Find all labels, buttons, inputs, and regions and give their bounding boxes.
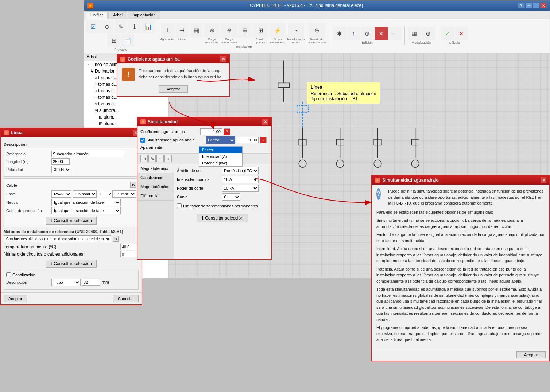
- linea-label: Línea: [178, 38, 186, 41]
- canalizacion-type-select[interactable]: Tubo: [51, 279, 81, 286]
- fase-sec-select[interactable]: 1.5 mm²: [112, 190, 136, 198]
- toolbar-area: ☑ ⊝ ✎ ℹ 📊 ⊞ 📄 Proyecto ⊥ Agru: [84, 19, 550, 53]
- simult-icon: ⚡: [140, 119, 146, 124]
- pol-select[interactable]: 3F+N: [51, 166, 71, 173]
- maximize-button[interactable]: □: [533, 3, 539, 8]
- dropdown-option-intensidad[interactable]: Intensidad (A): [199, 153, 242, 160]
- long-row: Longitud (m): [6, 158, 136, 165]
- neutro-row: Neutro Igual que la sección de fase: [6, 199, 136, 206]
- ambito-select[interactable]: Doméstico (IEC 60898): [222, 167, 259, 174]
- toolbar-btn-ed2[interactable]: ↕: [347, 27, 360, 40]
- limitador-checkbox[interactable]: [177, 203, 182, 208]
- toolbar-btn-agrupacion[interactable]: ⊥: [161, 23, 174, 38]
- fase-num-input[interactable]: [98, 191, 107, 197]
- toolbar-btn-grupo[interactable]: ⚡: [270, 23, 286, 38]
- toolbar-btn-bateria[interactable]: ⊕: [309, 23, 325, 38]
- toolbar-btn-info[interactable]: ℹ: [128, 20, 141, 33]
- prot-content: Ámbito de uso Doméstico (IEC 60898) Inte…: [174, 164, 271, 259]
- cable-icon-btn[interactable]: ⚙: [130, 182, 136, 188]
- toolbar-btn-chart[interactable]: 📊: [142, 20, 155, 33]
- tab-unifilar[interactable]: Unifilar: [86, 11, 108, 19]
- info-dialog-close[interactable]: ✕: [541, 177, 546, 183]
- toolbar-btn-cuadro[interactable]: ⊞: [252, 23, 268, 38]
- poder-corte-select[interactable]: 10 kA: [222, 185, 259, 192]
- toolbar-btn-edit[interactable]: ✎: [114, 20, 127, 33]
- coef-aceptar-btn[interactable]: Aceptar: [159, 85, 188, 93]
- toolbar-btn-viz1[interactable]: ▦: [408, 27, 421, 40]
- coef-info-btn[interactable]: ?: [224, 128, 230, 135]
- tab-arbol[interactable]: Árbol: [108, 11, 127, 19]
- tree-icon-7: ⊟: [94, 108, 98, 113]
- intensidad-nom-select[interactable]: 16 A: [222, 176, 259, 183]
- simult-close[interactable]: ✕: [262, 119, 268, 125]
- tree-item-6[interactable]: ○ tomas d...: [93, 101, 168, 107]
- temp-input[interactable]: [120, 244, 139, 250]
- toolbar-btn-misc2[interactable]: ▤: [238, 23, 251, 38]
- coef-content: ! Este parámetro indica qué fracción de …: [117, 63, 229, 85]
- toolbar-btn-ed3[interactable]: ⊕: [361, 27, 374, 40]
- toolbar-btn-ed1[interactable]: ✱: [333, 27, 346, 40]
- toolbar-btn-ed4[interactable]: ✕: [375, 27, 388, 40]
- canalizacion-size-input[interactable]: [82, 279, 100, 286]
- tab-implantacion[interactable]: Implantación: [128, 11, 160, 19]
- carga-dist-label: Cargadistribuida: [205, 38, 218, 44]
- help-button[interactable]: ?: [518, 3, 525, 8]
- prot-tab-canal[interactable]: Canalización: [138, 173, 174, 182]
- tool-btn-1[interactable]: ⊞: [140, 155, 148, 162]
- calc-group: ✓ ✕ Cálculo: [441, 27, 468, 44]
- toolbar-btn-carga-conc[interactable]: ⊕: [221, 23, 237, 38]
- circuitos-input[interactable]: [120, 251, 139, 257]
- consultar-prot-btn[interactable]: ℹ Consultar selección: [197, 214, 248, 222]
- dropdown-option-potencia[interactable]: Potencia (kW): [199, 160, 242, 166]
- tree-item-7[interactable]: ⊟ alumbra...: [93, 107, 168, 114]
- linea-cancelar-btn[interactable]: Cancelar: [113, 295, 139, 302]
- toolbar-btn-calc-ok[interactable]: ✓: [441, 27, 454, 40]
- close-button[interactable]: ✕: [540, 3, 547, 8]
- ref-input[interactable]: [51, 151, 124, 157]
- info-dialog-title: Simultaneidad aguas abajo: [382, 178, 439, 183]
- toolbar-btn-carga-dist[interactable]: ⊕: [204, 23, 220, 38]
- dropdown-option-factor[interactable]: Factor: [199, 147, 242, 153]
- toolbar-btn-viz2[interactable]: ⊕: [422, 27, 435, 40]
- long-input[interactable]: [51, 158, 70, 165]
- toolbar-btn-filter[interactable]: ⊝: [100, 20, 113, 33]
- instalacion-method-select[interactable]: Conductores aislados en un conducto sobr…: [4, 235, 111, 242]
- toolbar-btn-misc[interactable]: ▦: [190, 23, 203, 38]
- tool-btn-3[interactable]: ↑: [156, 155, 164, 162]
- fase-tipo-select[interactable]: RV-K: [51, 190, 71, 198]
- info-aceptar-btn[interactable]: Aceptar: [516, 351, 546, 358]
- fase-config-select[interactable]: Unipolar: [73, 190, 97, 198]
- prot-tab-magneto1[interactable]: Magnetotérmico: [138, 164, 174, 173]
- tree-icon-2: ○: [94, 75, 97, 80]
- carga-conc-label: Cargaconcentrada: [221, 38, 237, 44]
- coef-dialog-close[interactable]: ✕: [220, 56, 226, 62]
- prot-tab-magneto2[interactable]: Magnetotérmico: [138, 182, 174, 191]
- cable-prot-select[interactable]: Igual que la sección de fase: [51, 207, 121, 214]
- install-label: Instalación: [236, 45, 252, 48]
- toolbar-btn-linea[interactable]: ⊣: [175, 23, 189, 38]
- canalizacion-checkbox[interactable]: [6, 272, 11, 277]
- cable-header: Cable: [6, 183, 17, 187]
- toolbar-btn-transf[interactable]: ⌁: [288, 23, 304, 38]
- consultar-cable-btn[interactable]: ℹ Consultar selección: [46, 217, 97, 225]
- toolbar-btn-doc[interactable]: 📄: [121, 34, 134, 47]
- tool-btn-2[interactable]: ✎: [148, 155, 156, 162]
- toolbar-btn-grid[interactable]: ⊞: [107, 34, 120, 47]
- simult-checkbox[interactable]: [140, 138, 145, 143]
- simult-aguas-value-input[interactable]: [237, 137, 259, 143]
- fase-row: Fase RV-K Unipolar x 1.5 mm²: [6, 190, 136, 198]
- simult-type-select[interactable]: Factor: [206, 136, 235, 144]
- instalacion-icon-btn[interactable]: ⚙: [113, 236, 119, 242]
- toolbar-btn-calc-x[interactable]: ✕: [455, 27, 468, 40]
- curva-select[interactable]: C: [222, 193, 240, 201]
- prot-tab-diferencial[interactable]: Diferencial: [138, 191, 174, 201]
- neutro-select[interactable]: Igual que la sección de fase: [51, 199, 121, 206]
- simult-aguas-info-btn[interactable]: ?: [260, 137, 267, 143]
- coef-value-input[interactable]: [200, 128, 222, 135]
- linea-aceptar-btn[interactable]: Aceptar: [4, 295, 27, 302]
- tool-btn-4[interactable]: ↓: [164, 155, 172, 162]
- toolbar-btn-ed5[interactable]: ↔: [388, 27, 402, 40]
- consultar-instalacion-btn[interactable]: ℹ Consultar selección: [46, 260, 97, 268]
- minimize-button[interactable]: ─: [526, 3, 532, 8]
- toolbar-btn-check[interactable]: ☑: [86, 20, 100, 33]
